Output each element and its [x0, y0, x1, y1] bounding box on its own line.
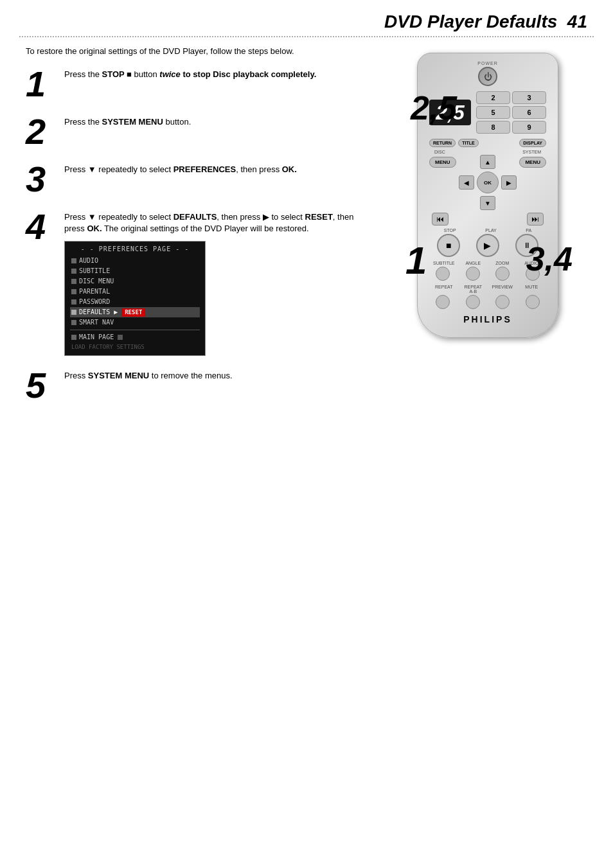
- dpad-right[interactable]: ▶: [501, 175, 517, 190]
- title-button[interactable]: TITLE: [458, 139, 478, 147]
- remote-overlay-34: 3,4: [526, 242, 573, 276]
- stop-button[interactable]: ■: [437, 234, 460, 257]
- step-4: 4 Press ▼ repeatedly to select DEFAULTS,…: [26, 209, 375, 356]
- dpad-down[interactable]: ▼: [480, 196, 495, 210]
- page-title: DVD Player Defaults: [384, 12, 557, 31]
- num-6-button[interactable]: 6: [512, 106, 546, 119]
- power-label: POWER: [429, 61, 546, 66]
- remote-overlay-25: 2,5: [411, 91, 457, 125]
- step-2-number: 2: [26, 114, 64, 150]
- zoom-button[interactable]: [495, 267, 510, 281]
- menu-screenshot: - - PREFERENCES PAGE - - AUDIO SUBTITLE …: [64, 241, 206, 356]
- remote-overlay-1: 1: [405, 242, 427, 280]
- step-5-text: Press SYSTEM MENU to remove the menus.: [64, 368, 233, 382]
- menu-item-audio: AUDIO: [70, 256, 200, 266]
- power-section: POWER ⏻: [429, 61, 546, 86]
- disc-system-labels: DISC SYSTEM: [429, 150, 546, 154]
- skip-prev-button[interactable]: ⏮: [432, 213, 449, 226]
- repeat-ab-button[interactable]: [466, 295, 480, 309]
- display-button[interactable]: DISPLAY: [519, 139, 546, 147]
- step-2-text: Press the SYSTEM MENU button.: [64, 114, 191, 128]
- angle-button[interactable]: [466, 267, 480, 281]
- step-3-number: 3: [26, 161, 64, 197]
- preview-button[interactable]: [495, 295, 510, 309]
- page-number: 41: [567, 12, 587, 31]
- dotted-separator: [19, 36, 594, 37]
- step-3-text: Press ▼ repeatedly to select PREFERENCES…: [64, 161, 297, 175]
- power-button[interactable]: ⏻: [478, 67, 497, 86]
- menu-title: - - PREFERENCES PAGE - -: [70, 245, 200, 254]
- page-header: DVD Player Defaults 41: [0, 0, 613, 36]
- play-button[interactable]: ▶: [476, 234, 499, 257]
- step-2: 2 Press the SYSTEM MENU button.: [26, 114, 375, 150]
- step-5: 5 Press SYSTEM MENU to remove the menus.: [26, 368, 375, 403]
- menu-item-subtitle: SUBTITLE: [70, 266, 200, 276]
- step-4-text: Press ▼ repeatedly to select DEFAULTS, t…: [64, 209, 375, 356]
- subtitle-button[interactable]: [436, 267, 450, 281]
- num-8-button[interactable]: 8: [476, 121, 510, 134]
- mute-button[interactable]: [526, 295, 540, 309]
- menu-item-load-factory: LOAD FACTORY SETTINGS: [70, 342, 200, 352]
- transport-labels: STOP PLAY PA: [429, 228, 546, 233]
- intro-text: To restore the original settings of the …: [26, 46, 375, 56]
- num-5-button[interactable]: 5: [476, 106, 510, 119]
- ok-button[interactable]: OK: [477, 172, 499, 193]
- step-5-number: 5: [26, 368, 64, 403]
- menu-item-parental: PARENTAL: [70, 287, 200, 297]
- menu-item-defaults: DEFAULTS ▶ RESET: [70, 307, 200, 317]
- menu-item-password: PASSWORD: [70, 297, 200, 307]
- system-menu-button[interactable]: MENU: [519, 157, 546, 168]
- num-9-button[interactable]: 9: [512, 121, 546, 134]
- step-1-text: Press the STOP ■ button twice to stop Di…: [64, 66, 316, 80]
- menu-item-main-page: MAIN PAGE: [70, 332, 200, 342]
- step-4-number: 4: [26, 209, 64, 245]
- step-1-number: 1: [26, 66, 64, 102]
- num-3-button[interactable]: 3: [512, 91, 546, 104]
- step-3: 3 Press ▼ repeatedly to select PREFERENC…: [26, 161, 375, 197]
- func-labels-row2: REPEAT REPEATA-B PREVIEW MUTE: [429, 285, 546, 294]
- dpad-left[interactable]: ◀: [459, 175, 474, 190]
- remote-illustration: 2,5 3,4 1 POWER ⏻ 2,5: [388, 46, 587, 415]
- disc-menu-button[interactable]: MENU: [429, 157, 456, 168]
- brand-label: PHILIPS: [429, 314, 546, 324]
- menu-item-smart-nav: SMART NAV: [70, 317, 200, 328]
- return-button[interactable]: RETURN: [429, 139, 456, 147]
- step-1: 1 Press the STOP ■ button twice to stop …: [26, 66, 375, 102]
- dpad-up[interactable]: ▲: [480, 155, 495, 169]
- repeat-button[interactable]: [436, 295, 450, 309]
- menu-item-disc-menu: DISC MENU: [70, 276, 200, 287]
- skip-next-button[interactable]: ⏭: [527, 213, 544, 226]
- num-2-button[interactable]: 2: [476, 91, 510, 104]
